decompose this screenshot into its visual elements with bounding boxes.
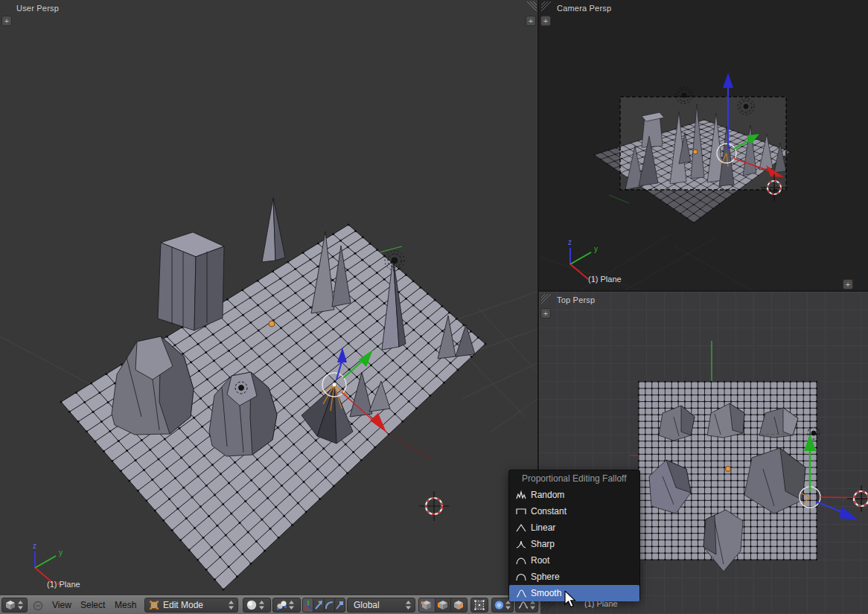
pivot-median-icon [275,599,288,611]
dropdown-spinner-icon[interactable] [228,600,234,610]
viewport-label: Top Persp [557,295,595,304]
select-mode-group [418,598,467,613]
menu-title: Proportional Editing Falloff [509,470,639,487]
menu-view[interactable]: View [52,600,71,610]
active-object-info: (1) Plane [47,580,80,589]
dropdown-spinner-icon[interactable] [17,600,24,610]
edit-mode-icon [148,599,160,611]
dropdown-spinner-icon[interactable] [529,600,536,610]
translate-arrow-icon [314,600,323,610]
menu-item-linear[interactable]: Linear [509,519,639,536]
editor-type-dropdown[interactable] [1,598,28,613]
object-origin-dot[interactable] [693,150,698,154]
vertex-select-toggle[interactable] [419,598,435,612]
svg-text:y: y [59,549,63,557]
scale-square-icon [335,600,344,610]
gizmo-z-arrow[interactable] [816,502,844,513]
mode-dropdown-label: Edit Mode [160,600,203,610]
face-select-cube-icon [453,599,465,611]
user-scene-canvas[interactable] [0,0,537,595]
viewport-user-persp[interactable]: User Persp + + z y x (1) Plane [0,0,537,595]
orientation-label: Global [348,600,380,610]
menu-item-label: Sphere [531,572,560,582]
manipulator-toggle-group [302,598,345,613]
viewport-camera-persp[interactable]: Camera Persp + + z y x (1) Plane [539,0,868,290]
active-object-info: (1) Plane [588,275,622,284]
dropdown-spinner-icon[interactable] [288,600,295,610]
object-origin-dot[interactable] [269,321,275,327]
mouse-cursor [564,591,581,610]
translate-gizmo[interactable] [800,434,868,520]
area-corner-grip[interactable] [540,292,552,304]
root-curve-icon [514,555,529,566]
3d-cursor[interactable] [847,485,868,512]
occlude-geometry-icon [473,599,485,611]
proportional-editing-on-icon [494,599,505,611]
rotate-manipulator-toggle[interactable] [325,598,335,612]
viewport-shading-dropdown[interactable] [243,598,271,613]
limit-selection-visible-toggle[interactable] [470,598,488,613]
vertex-select-cube-icon [421,599,433,611]
dropdown-spinner-icon[interactable] [405,600,412,610]
menu-item-sharp[interactable]: Sharp [509,536,639,552]
area-corner-grip[interactable] [526,0,537,12]
axis-tripod-icon [304,600,313,610]
menu-item-label: Root [531,555,549,566]
linear-curve-icon [514,522,529,533]
transform-orientation-dropdown[interactable]: Global [347,598,415,613]
menu-item-label: Smooth [531,588,561,598]
expand-toolshelf-button[interactable]: + [1,16,12,26]
object-origin-dot[interactable] [726,467,731,472]
edge-select-toggle[interactable] [435,598,452,612]
smooth-curve-icon [514,588,529,598]
pivot-point-dropdown[interactable] [272,598,301,613]
gizmo-z-arrowhead[interactable] [839,507,858,520]
edge-select-cube-icon [437,599,450,611]
menu-item-label: Constant [531,506,567,517]
expand-toolshelf-button[interactable]: + [540,308,551,319]
dropdown-spinner-icon[interactable] [505,600,511,610]
mini-axis-gizmo: z y x [13,540,73,585]
blender-window: User Persp + + z y x (1) Plane [0,0,868,614]
translate-manipulator-toggle[interactable] [313,598,324,612]
viewport-header[interactable]: View Select Mesh Edit Mode [0,595,540,614]
scale-manipulator-toggle[interactable] [335,598,345,612]
menu-item-label: Linear [531,522,555,533]
manipulator-enable-toggle[interactable] [303,598,313,612]
area-divider-horizontal[interactable] [539,290,868,292]
sphere-curve-icon [514,572,529,582]
3d-cursor[interactable] [419,491,449,521]
solid-shading-sphere-icon [246,599,258,611]
svg-text:y: y [594,245,598,253]
area-corner-grip[interactable] [540,0,552,12]
mode-dropdown[interactable]: Edit Mode [144,598,238,613]
collapse-menus-icon[interactable] [33,601,43,611]
menu-item-constant[interactable]: Constant [509,503,639,519]
viewport-label: Camera Persp [557,4,611,13]
menu-mesh[interactable]: Mesh [115,600,136,610]
rotate-arc-icon [325,600,334,610]
lamp-object[interactable] [738,98,754,115]
expand-properties-button[interactable]: + [843,279,853,290]
random-curve-icon [514,490,529,500]
expand-toolshelf-button[interactable]: + [540,16,551,26]
3d-viewport-editor-icon [4,599,17,611]
sharp-curve-icon [514,539,529,549]
menu-item-label: Sharp [531,539,555,549]
viewport-label: User Persp [16,4,59,13]
menu-item-random[interactable]: Random [509,487,639,503]
dropdown-spinner-icon[interactable] [258,600,265,610]
menu-item-root[interactable]: Root [509,552,639,569]
svg-text:z: z [568,238,572,246]
menu-item-sphere[interactable]: Sphere [509,569,639,585]
face-select-toggle[interactable] [451,598,467,612]
menu-item-label: Random [531,490,564,500]
proportional-falloff-menu: Proportional Editing Falloff Random Cons… [508,470,640,601]
menu-select[interactable]: Select [80,600,105,610]
svg-text:z: z [33,542,36,550]
constant-curve-icon [514,506,529,517]
expand-properties-button[interactable]: + [526,16,536,26]
